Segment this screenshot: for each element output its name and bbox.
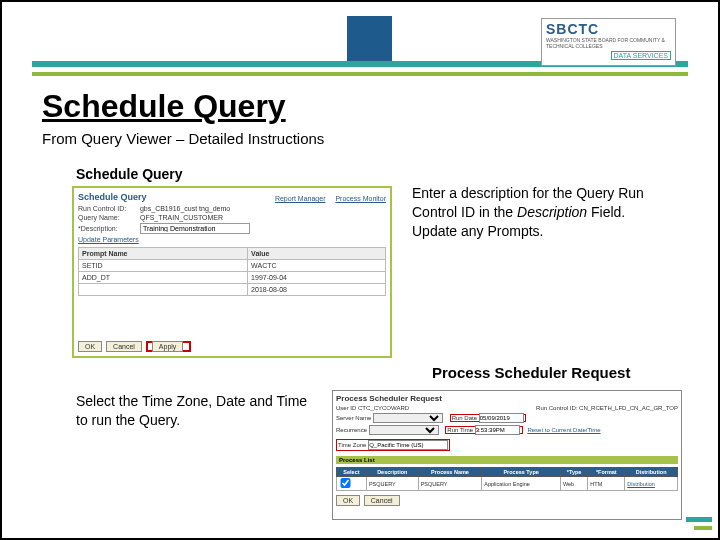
- logo-name: SBCTC: [546, 21, 671, 37]
- update-parameters-link[interactable]: Update Parameters: [78, 236, 386, 243]
- query-name-label: Query Name:: [78, 214, 138, 221]
- user-id-label: User ID: [336, 405, 356, 411]
- run-date-highlight: Run Date: [450, 414, 526, 422]
- psr-run-control-value: CN_RCETH_LFD_CN_AC_GR_TOP: [579, 405, 678, 411]
- sq-button-row: OK Cancel Apply: [78, 341, 191, 352]
- logo-sub: WASHINGTON STATE BOARD FOR COMMUNITY & T…: [546, 37, 671, 49]
- run-date-input[interactable]: [479, 413, 524, 423]
- corner-decor: [680, 510, 712, 532]
- accent-box: [347, 16, 392, 61]
- page-subtitle: From Query Viewer – Detailed Instruction…: [42, 130, 324, 147]
- schedule-query-panel: Schedule Query Report Manager Process Mo…: [72, 186, 392, 358]
- process-scheduler-label: Process Scheduler Request: [432, 364, 630, 381]
- th-process-type: Process Type: [482, 468, 561, 477]
- process-list-header: Process List: [336, 456, 678, 464]
- top-decor: SBCTC WASHINGTON STATE BOARD FOR COMMUNI…: [32, 16, 688, 66]
- logo-data-services: DATA SERVICES: [611, 51, 671, 60]
- sbctc-logo: SBCTC WASHINGTON STATE BOARD FOR COMMUNI…: [541, 18, 676, 66]
- th-description: Description: [366, 468, 418, 477]
- server-name-label: Server Name: [336, 415, 371, 421]
- recurrence-select[interactable]: [369, 425, 439, 435]
- process-list-table: Select Description Process Name Process …: [336, 467, 678, 491]
- schedule-query-label: Schedule Query: [76, 166, 183, 182]
- th-type: *Type: [560, 468, 587, 477]
- run-time-highlight: Run Time: [445, 426, 523, 434]
- table-row: PSQUERY PSQUERY Application Engine Web H…: [337, 477, 678, 491]
- reset-datetime-link[interactable]: Reset to Current Date/Time: [527, 427, 600, 433]
- corner-teal: [686, 517, 712, 522]
- slide: SBCTC WASHINGTON STATE BOARD FOR COMMUNI…: [0, 0, 720, 540]
- psr-button-row: OK Cancel: [336, 495, 678, 506]
- th-prompt-name: Prompt Name: [79, 248, 248, 260]
- ok-button[interactable]: OK: [78, 341, 102, 352]
- query-name-value: QFS_TRAIN_CUSTOMER: [140, 214, 223, 221]
- page-title: Schedule Query: [42, 88, 286, 125]
- th-select: Select: [337, 468, 367, 477]
- instruction-text-1: Enter a description for the Query Run Co…: [412, 184, 672, 241]
- corner-green: [694, 526, 712, 530]
- run-time-input[interactable]: [475, 425, 520, 435]
- recurrence-label: Recurrence: [336, 427, 367, 433]
- th-value: Value: [248, 248, 386, 260]
- prompt-table: Prompt Name Value SETIDWACTC ADD_DT1997-…: [78, 247, 386, 296]
- th-process-name: Process Name: [418, 468, 482, 477]
- psr-cancel-button[interactable]: Cancel: [364, 495, 400, 506]
- time-zone-input[interactable]: [368, 440, 448, 450]
- sq-links: Report Manager Process Monitor: [267, 195, 386, 202]
- cancel-button[interactable]: Cancel: [106, 341, 142, 352]
- description-label: *Description:: [78, 225, 138, 232]
- run-control-id-label: Run Control ID:: [78, 205, 138, 212]
- description-input[interactable]: [140, 223, 250, 234]
- apply-highlight: Apply: [146, 341, 192, 352]
- process-monitor-link[interactable]: Process Monitor: [335, 195, 386, 202]
- run-date-label: Run Date: [452, 415, 477, 421]
- table-row: 2018-08-08: [79, 284, 386, 296]
- time-zone-highlight: Time Zone: [336, 439, 450, 451]
- report-manager-link[interactable]: Report Manager: [275, 195, 326, 202]
- th-distribution: Distribution: [625, 468, 678, 477]
- process-select-checkbox[interactable]: [339, 478, 352, 488]
- run-time-label: Run Time: [447, 427, 473, 433]
- server-name-select[interactable]: [373, 413, 443, 423]
- table-row: ADD_DT1997-09-04: [79, 272, 386, 284]
- instruction-text-2: Select the Time Zone, Date and Time to r…: [76, 392, 316, 430]
- run-control-id-value: gbs_CB1916_cust tng_demo: [140, 205, 230, 212]
- apply-button[interactable]: Apply: [152, 341, 184, 352]
- psr-header: Process Scheduler Request: [336, 394, 678, 403]
- psr-ok-button[interactable]: OK: [336, 495, 360, 506]
- stripe-green: [32, 72, 688, 76]
- psr-run-control-label: Run Control ID:: [536, 405, 577, 411]
- time-zone-label: Time Zone: [338, 442, 366, 448]
- user-id-value: CTC_CYCOWARD: [358, 405, 409, 411]
- th-format: *Format: [588, 468, 625, 477]
- process-scheduler-panel: Process Scheduler Request User ID CTC_CY…: [332, 390, 682, 520]
- table-row: SETIDWACTC: [79, 260, 386, 272]
